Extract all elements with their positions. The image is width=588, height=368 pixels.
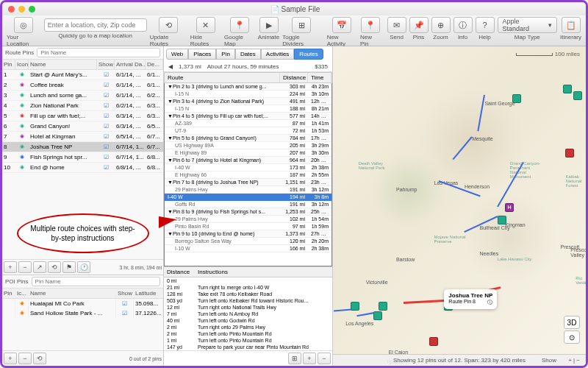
instruction-row[interactable]: 21 miTurn right to merge onto I-40 W [164,284,332,291]
route-pin-row[interactable]: 6◉Grand Canyon!☑6/3/14, ...6/5... [2,121,163,132]
route-row[interactable]: ▼Pin 6 to 7 (driving to Hotel at Kingman… [165,157,331,164]
route-row[interactable]: I-15 N224 mi3h 10m [165,91,331,98]
tab-pin[interactable]: Pin [216,49,235,60]
center-tool-2[interactable]: + [303,353,316,364]
route-row[interactable]: E Highway 66187 mi2h 55m [165,171,331,179]
map-pin[interactable] [379,302,387,311]
clock-icon[interactable]: 🕐 [77,261,90,273]
refresh-icon[interactable]: ⟲ [48,261,61,273]
map-pin[interactable] [565,149,574,158]
map-pin[interactable]: H [505,203,514,212]
close-icon[interactable] [8,6,15,13]
instruction-row[interactable]: 0 mi [164,277,332,284]
map-pin[interactable] [498,216,506,224]
tab-web[interactable]: Web [166,49,188,60]
route-row[interactable]: I-15 N188 mi8h 21m [165,105,331,113]
poi-filter[interactable] [32,277,160,286]
map-pin[interactable] [512,94,521,103]
map-view[interactable]: 100 miles Las VegasHendersonSaint George… [333,46,586,366]
center-tool-1[interactable]: ⊞ [288,353,301,364]
pins-button[interactable]: 📌 [409,17,429,33]
itinerary-button[interactable]: 📋 [562,17,581,33]
route-row[interactable]: ▼Pin 4 to 5 (driving to Fill up car with… [165,113,331,120]
route-row[interactable]: ▼Pin 8 to 9 (driving to Fish Springs hot… [165,208,331,216]
remove-button[interactable]: − [18,261,32,273]
route-row[interactable]: ▼Pin 9 to 10 (driving to End @ home)1,37… [165,230,331,238]
poi-refresh-icon[interactable]: ⟲ [33,353,46,364]
route-row[interactable]: I-10 W166 mi2h 38m [165,245,331,252]
route-row[interactable]: AZ-38987 mi1h 41m [165,120,331,127]
map-pin[interactable] [373,311,382,320]
tab-routes[interactable]: Routes [294,49,323,60]
poi-add-button[interactable]: + [4,353,17,364]
help-button[interactable]: ? [476,17,495,33]
instruction-row[interactable]: 128 miTake exit 78 onto Kelbaker Road [164,291,332,297]
route-pin-row[interactable]: 9◉Fish Springs hot spr...☑6/7/14, 1...6/… [2,152,163,163]
instruction-row[interactable]: 503 ydTurn left onto Kelbaker Rd toward … [164,297,332,304]
route-pin-row[interactable]: 10◉End @ home☑6/8/14, ...6/8... [2,163,163,173]
poi-row[interactable]: ◉Hualapai Mt Co Park☑35.098... [2,299,163,308]
route-row[interactable]: ▼Pin 2 to 3 (driving to Lunch and some g… [165,83,331,91]
add-button[interactable]: + [4,261,17,273]
route-row[interactable]: I-40 W194 mi3h 8m [165,194,331,201]
route-row[interactable]: E Highway 89207 mi3h 30m [165,149,331,157]
new-pin-button[interactable]: 📍 [361,17,380,33]
route-row[interactable]: Pinto Basin Rd97 mi1h 59m [165,223,331,230]
map-pin[interactable] [563,85,572,93]
map-3d-button[interactable]: 3D [564,316,580,329]
instruction-row[interactable]: 147 ydPrepare to park your car near Pint… [164,344,332,350]
instruction-row[interactable]: 1 miTurn left onto Pinto Mountain Rd [164,337,332,344]
zoom-button[interactable]: ⊕ [431,17,451,33]
new-activity-button[interactable]: 📅 [332,17,351,33]
map-pin[interactable] [429,337,438,346]
toggle-dividers-button[interactable]: ⊞ [292,17,311,33]
instruction-row[interactable]: 2 miTurn right onto 29 Palms Hwy [164,324,332,330]
map-compass-icon[interactable]: ⊙ [564,330,580,344]
tab-dates[interactable]: Dates [235,49,261,60]
route-pin-row[interactable]: 5◉Fill up car with fuel;...☑6/3/14, ...6… [2,111,163,121]
update-routes-button[interactable]: ⟲ [159,17,178,33]
center-tool-3[interactable]: − [318,353,331,364]
tab-places[interactable]: Places [188,49,216,60]
instruction-row[interactable]: 40 miTurn left onto Godwin Rd [164,317,332,324]
route-row[interactable]: Goffs Rd191 mi3h 12m [165,201,331,208]
route-row[interactable]: 29 Palms Hwy191 mi3h 12m [165,186,331,194]
route-icon[interactable]: ↗ [33,261,46,273]
route-pin-row[interactable]: 1◉Start @ Aunt Mary's...☑6/1/14, ...6/1.… [2,70,163,80]
route-row[interactable]: 29 Palms Hwy102 mi1h 54m [165,216,331,223]
maximize-icon[interactable] [29,6,35,13]
map-pin[interactable] [351,302,359,311]
route-row[interactable]: I-40 W173 mi2h 38m [165,164,331,171]
window-controls[interactable] [2,6,41,13]
instruction-row[interactable]: 7 miTurn left onto N Amboy Rd [164,311,332,317]
map-type-select[interactable]: Apple Standard ▾ [498,17,558,33]
route-row[interactable]: ▼Pin 5 to 6 (driving to Grand Canyon!)78… [165,135,331,142]
minimize-icon[interactable] [18,6,25,13]
route-pins-filter[interactable] [37,48,160,57]
route-pin-row[interactable]: 3◉Lunch and some ga...☑6/1/14, ...6/2... [2,91,163,101]
info-button[interactable]: ⓘ [453,17,473,33]
route-pin-row[interactable]: 4◉Zion National Park☑6/2/14, ...6/3... [2,101,163,111]
instruction-row[interactable]: 2 miTurn left onto Pinto Mountain Rd [164,330,332,337]
flag-icon[interactable]: ⚑ [62,261,76,273]
route-pin-row[interactable]: 8◉Joshua Tree NP☑6/7/14, 1...6/7... [2,142,163,152]
send-button[interactable]: ✉ [387,17,406,33]
your-location-button[interactable]: ◎ [14,17,33,33]
route-row[interactable]: Borrego Salton Sea Way120 mi2h 20m [165,238,331,245]
animate-button[interactable]: ▶ [259,17,279,33]
location-search-input[interactable] [44,18,147,32]
hide-routes-button[interactable]: ✕ [196,17,215,33]
pin-popup[interactable]: Joshua Tree NPRoute Pin 8 ⓘ [444,289,497,309]
map-pin[interactable] [573,91,582,100]
route-row[interactable]: US Highway 89A205 mi3h 29m [165,142,331,149]
google-map-button[interactable]: 📍 [230,17,249,33]
tab-activities[interactable]: Activities [261,49,295,60]
route-row[interactable]: UT-972 mi1h 53m [165,127,331,135]
poi-row[interactable]: ◉Sand Hollow State Park - ...☑37.1226... [2,308,163,318]
poi-remove-button[interactable]: − [18,353,32,364]
instruction-row[interactable]: 12 miTurn right onto National Trails Hwy [164,304,332,311]
route-pin-row[interactable]: 2◉Coffee break☑6/1/14, ...6/1... [2,80,163,91]
route-pin-row[interactable]: 7◉Hotel at Kingman☑6/5/14, ...6/7... [2,132,163,142]
route-row[interactable]: ▼Pin 3 to 4 (driving to Zion National Pa… [165,98,331,105]
route-row[interactable]: ▼Pin 7 to 8 (driving to Joshua Tree NP)1… [165,179,331,186]
